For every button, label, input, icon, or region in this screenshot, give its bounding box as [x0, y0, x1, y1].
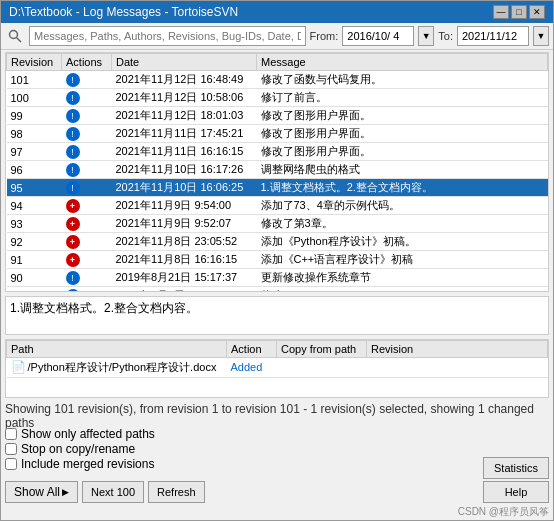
show-only-affected-checkbox[interactable] [5, 428, 17, 440]
table-row[interactable]: 95 ! 2021年11月10日 16:06:25 1.调整文档格式。2.整合文… [7, 179, 548, 197]
table-row[interactable]: 92 + 2021年11月8日 23:05:52 添加《Python程序设计》初… [7, 233, 548, 251]
date-cell: 2021年11月10日 16:06:25 [112, 179, 257, 197]
actions-cell: ! [62, 71, 112, 89]
actions-cell: ! [62, 269, 112, 287]
stop-on-copy-checkbox[interactable] [5, 443, 17, 455]
table-row[interactable]: 91 + 2021年11月8日 16:16:15 添加《C++语言程序设计》初稿 [7, 251, 548, 269]
table-row[interactable]: 97 ! 2021年11月11日 16:16:15 修改了图形用户界面。 [7, 143, 548, 161]
message-cell: 修改了函数与代码复用。 [257, 71, 548, 89]
modify-action-icon: ! [66, 289, 80, 293]
watermark: CSDN @程序员风筝 [1, 505, 553, 520]
revision-cell: 99 [7, 107, 62, 125]
include-merged-checkbox[interactable] [5, 458, 17, 470]
bottom-right-buttons: Statistics Help [483, 457, 549, 503]
message-cell: 修改8.2 [257, 287, 548, 293]
date-cell: 2021年11月11日 16:16:15 [112, 143, 257, 161]
table-row[interactable]: 93 + 2021年11月9日 9:52:07 修改了第3章。 [7, 215, 548, 233]
log-table[interactable]: Revision Actions Date Message 101 ! 2021… [5, 52, 549, 292]
statistics-button[interactable]: Statistics [483, 457, 549, 479]
table-row[interactable]: 89 ! 2019年8月2日 15:57:50 修改8.2 [7, 287, 548, 293]
revision-cell: 100 [7, 89, 62, 107]
to-date-input[interactable] [457, 26, 529, 46]
copy-from-cell [277, 357, 367, 377]
svg-point-0 [10, 31, 18, 39]
path-table[interactable]: Path Action Copy from path Revision 📄/Py… [5, 339, 549, 398]
table-row[interactable]: 94 + 2021年11月9日 9:54:00 添加了73、4章的示例代码。 [7, 197, 548, 215]
actions-cell: + [62, 233, 112, 251]
col-date: Date [112, 54, 257, 71]
date-cell: 2021年11月8日 23:05:52 [112, 233, 257, 251]
minimize-button[interactable]: — [493, 5, 509, 19]
revision-cell: 97 [7, 143, 62, 161]
close-button[interactable]: ✕ [529, 5, 545, 19]
table-row[interactable]: 100 ! 2021年11月12日 10:58:06 修订了前言。 [7, 89, 548, 107]
to-label: To: [438, 30, 453, 42]
actions-cell: ! [62, 125, 112, 143]
show-only-affected-label: Show only affected paths [21, 427, 155, 441]
actions-cell: ! [62, 107, 112, 125]
message-cell: 添加《Python程序设计》初稿。 [257, 233, 548, 251]
stop-on-copy-row: Stop on copy/rename [5, 442, 549, 456]
message-cell: 修改了第3章。 [257, 215, 548, 233]
table-row[interactable]: 96 ! 2021年11月10日 16:17:26 调整网络爬虫的格式 [7, 161, 548, 179]
show-all-button[interactable]: Show All ▶ [5, 481, 78, 503]
from-date-picker-button[interactable]: ▼ [418, 26, 434, 46]
modify-action-icon: ! [66, 127, 80, 141]
revision-cell: 91 [7, 251, 62, 269]
stop-on-copy-label: Stop on copy/rename [21, 442, 135, 456]
message-cell: 修订了前言。 [257, 89, 548, 107]
date-cell: 2021年11月9日 9:52:07 [112, 215, 257, 233]
date-cell: 2019年8月21日 15:17:37 [112, 269, 257, 287]
help-button[interactable]: Help [483, 481, 549, 503]
modify-action-icon: ! [66, 181, 80, 195]
message-cell: 添加《C++语言程序设计》初稿 [257, 251, 548, 269]
message-cell: 修改了图形用户界面。 [257, 107, 548, 125]
path-revision-cell [367, 357, 548, 377]
actions-cell: ! [62, 161, 112, 179]
date-cell: 2021年11月11日 17:45:21 [112, 125, 257, 143]
revision-cell: 89 [7, 287, 62, 293]
message-cell: 添加了73、4章的示例代码。 [257, 197, 548, 215]
message-detail-text: 1.调整文档格式。2.整合文档内容。 [10, 301, 198, 315]
message-cell: 更新修改操作系统章节 [257, 269, 548, 287]
actions-cell: ! [62, 143, 112, 161]
status-bar: Showing 101 revision(s), from revision 1… [1, 400, 553, 425]
toolbar: From: ▼ To: ▼ [1, 23, 553, 50]
from-date-input[interactable] [342, 26, 414, 46]
actions-cell: ! [62, 287, 112, 293]
table-row[interactable]: 101 ! 2021年11月12日 16:48:49 修改了函数与代码复用。 [7, 71, 548, 89]
col-path: Path [7, 340, 227, 357]
search-input[interactable] [29, 26, 306, 46]
message-detail: 1.调整文档格式。2.整合文档内容。 [5, 296, 549, 335]
table-row[interactable]: 90 ! 2019年8月21日 15:17:37 更新修改操作系统章节 [7, 269, 548, 287]
options-bar: Show only affected paths Stop on copy/re… [1, 425, 553, 473]
from-label: From: [310, 30, 339, 42]
revision-cell: 92 [7, 233, 62, 251]
message-cell: 修改了图形用户界面。 [257, 125, 548, 143]
actions-cell: ! [62, 179, 112, 197]
table-row[interactable]: 98 ! 2021年11月11日 17:45:21 修改了图形用户界面。 [7, 125, 548, 143]
maximize-button[interactable]: □ [511, 5, 527, 19]
path-table-row[interactable]: 📄/Python程序设计/Python程序设计.docx Added [7, 357, 548, 377]
revision-cell: 90 [7, 269, 62, 287]
actions-cell: + [62, 215, 112, 233]
message-cell: 1.调整文档格式。2.整合文档内容。 [257, 179, 548, 197]
date-cell: 2021年11月9日 9:54:00 [112, 197, 257, 215]
next-100-button[interactable]: Next 100 [82, 481, 144, 503]
window-controls: — □ ✕ [493, 5, 545, 19]
svg-line-1 [17, 38, 22, 43]
window-title: D:\Textbook - Log Messages - TortoiseSVN [9, 5, 238, 19]
modify-action-icon: ! [66, 109, 80, 123]
date-cell: 2021年11月10日 16:17:26 [112, 161, 257, 179]
revision-cell: 94 [7, 197, 62, 215]
refresh-button[interactable]: Refresh [148, 481, 205, 503]
table-row[interactable]: 99 ! 2021年11月12日 18:01:03 修改了图形用户界面。 [7, 107, 548, 125]
modify-action-icon: ! [66, 271, 80, 285]
to-date-picker-button[interactable]: ▼ [533, 26, 549, 46]
col-message: Message [257, 54, 548, 71]
modify-action-icon: ! [66, 73, 80, 87]
modify-action-icon: ! [66, 163, 80, 177]
add-action-icon: + [66, 199, 80, 213]
revision-cell: 95 [7, 179, 62, 197]
col-revision: Revision [7, 54, 62, 71]
